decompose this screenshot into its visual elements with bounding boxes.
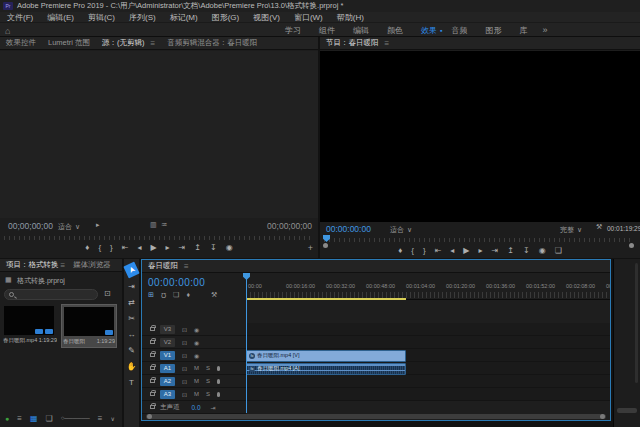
sync-lock-icon[interactable]: ⊡ xyxy=(182,339,187,346)
go-to-out-icon[interactable]: ⇥ xyxy=(492,246,499,255)
menu-edit[interactable]: 编辑(E) xyxy=(40,12,81,23)
timeline-zoom-scrollbar[interactable] xyxy=(146,414,606,419)
side-panel-hscrollbar[interactable] xyxy=(617,408,637,413)
workspace-tab-learning[interactable]: 学习 xyxy=(276,25,310,36)
overwrite-icon[interactable]: ↧ xyxy=(210,243,217,252)
program-scrubber[interactable] xyxy=(324,238,634,242)
workspace-tab-audio[interactable]: 音频 xyxy=(442,25,476,36)
tab-sequence[interactable]: 春日暖阳 xyxy=(142,261,184,271)
step-forward-icon[interactable]: ▸ xyxy=(166,243,170,252)
lift-icon[interactable]: ↥ xyxy=(507,246,514,255)
sort-chevron-icon[interactable]: ∨ xyxy=(110,415,114,422)
side-panel-scrollbar[interactable] xyxy=(635,263,638,383)
panel-menu-icon[interactable]: ≡ xyxy=(184,262,189,271)
snap-icon[interactable]: Ω xyxy=(161,291,166,299)
project-item-clip[interactable]: 春日暖阳.mp4 1:19:29 xyxy=(2,304,58,348)
drag-video-icon[interactable]: ▥ xyxy=(150,221,157,229)
workspace-tab-libraries[interactable]: 库 xyxy=(510,25,536,36)
workspace-tab-graphics[interactable]: 图形 xyxy=(476,25,510,36)
timeline-audio-clip[interactable]: fx 春日暖阳.mp4 [A] xyxy=(246,363,406,375)
playback-resolution-select[interactable]: 完整∨ xyxy=(560,225,582,235)
timeline-ruler[interactable]: 00:00 00:00:16:00 00:00:32:00 00:00:48:0… xyxy=(246,273,610,300)
source-zoom-select[interactable]: 适合∨ xyxy=(58,222,80,232)
menu-graphics[interactable]: 图形(G) xyxy=(205,12,247,23)
sync-lock-icon[interactable]: ⊡ xyxy=(182,365,187,372)
tab-source-monitor[interactable]: 源：(无剪辑) xyxy=(96,38,151,48)
track-lane-v3[interactable] xyxy=(246,323,610,336)
track-target-v3[interactable]: V3 xyxy=(160,325,175,334)
source-playrate-arrow-icon[interactable]: ▸ xyxy=(96,221,100,229)
source-timecode[interactable]: 00;00;00;00 xyxy=(8,221,53,231)
tab-project[interactable]: 项目：格式转换 xyxy=(0,260,61,270)
timeline-settings-icon[interactable]: ⚒ xyxy=(211,291,217,299)
list-view-icon[interactable]: ≡ xyxy=(17,414,22,423)
workspace-tab-editing[interactable]: 编辑 xyxy=(344,25,378,36)
project-item-sequence[interactable]: 春日暖阳 1:19:29 xyxy=(61,304,117,348)
solo-button[interactable]: S xyxy=(206,391,210,397)
timeline-video-clip[interactable]: fx 春日暖阳.mp4 [V] xyxy=(246,350,406,362)
mark-out-icon[interactable]: } xyxy=(423,246,426,255)
tab-program-monitor[interactable]: 节目：春日暖阳 xyxy=(320,38,385,48)
mute-button[interactable]: M xyxy=(194,391,199,397)
voiceover-mic-icon[interactable] xyxy=(217,392,220,397)
linked-selection-icon[interactable]: ❏ xyxy=(173,291,179,299)
go-to-in-icon[interactable]: ⇤ xyxy=(122,243,129,252)
menu-sequence[interactable]: 序列(S) xyxy=(122,12,163,23)
bin-navigate-icon[interactable]: ⊡ xyxy=(104,289,111,298)
workspace-overflow-icon[interactable]: » xyxy=(542,25,547,35)
sync-lock-icon[interactable]: ⊡ xyxy=(182,352,187,359)
track-output-eye-icon[interactable]: ◉ xyxy=(194,339,199,346)
track-lock-icon[interactable] xyxy=(150,392,155,396)
track-target-a1[interactable]: A1 xyxy=(160,364,175,373)
play-icon[interactable]: ▶ xyxy=(463,246,469,255)
play-icon[interactable]: ▶ xyxy=(150,243,156,252)
tab-media-browser[interactable]: 媒体浏览器 xyxy=(71,260,117,270)
mark-in-icon[interactable]: { xyxy=(411,246,414,255)
track-lock-icon[interactable] xyxy=(150,366,155,370)
mark-out-icon[interactable]: } xyxy=(110,243,113,252)
track-target-v1[interactable]: V1 xyxy=(160,351,175,360)
go-to-in-icon[interactable]: ⇤ xyxy=(435,246,442,255)
source-scrubber[interactable] xyxy=(4,236,314,240)
program-zoom-select[interactable]: 适合∨ xyxy=(390,225,412,235)
panel-menu-icon[interactable]: ≡ xyxy=(151,39,156,48)
mute-button[interactable]: M xyxy=(194,378,199,384)
step-back-icon[interactable]: ◂ xyxy=(450,246,454,255)
hand-tool-icon[interactable]: ✋ xyxy=(125,360,138,372)
pen-tool-icon[interactable]: ✎ xyxy=(125,344,138,356)
zoom-handle-left[interactable] xyxy=(147,414,152,419)
sync-lock-icon[interactable]: ⊡ xyxy=(182,378,187,385)
insert-icon[interactable]: ↥ xyxy=(194,243,201,252)
add-marker-icon[interactable]: ♦ xyxy=(85,243,89,252)
track-output-eye-icon[interactable]: ◉ xyxy=(194,326,199,333)
track-lane-a3[interactable] xyxy=(246,388,610,401)
step-forward-icon[interactable]: ▸ xyxy=(479,246,483,255)
track-target-v2[interactable]: V2 xyxy=(160,338,175,347)
add-marker-icon[interactable]: ♦ xyxy=(398,246,402,255)
track-target-a3[interactable]: A3 xyxy=(160,390,175,399)
tab-effect-controls[interactable]: 效果控件 xyxy=(0,38,42,48)
sync-lock-icon[interactable]: ⊡ xyxy=(182,391,187,398)
tab-lumetri-scopes[interactable]: Lumetri 范围 xyxy=(42,38,96,48)
track-lock-icon[interactable] xyxy=(150,340,155,344)
timeline-timecode[interactable]: 00:00:00:00 xyxy=(148,277,205,288)
search-input[interactable] xyxy=(4,289,98,300)
workspace-tab-color[interactable]: 颜色 xyxy=(378,25,412,36)
tab-audio-clip-mixer[interactable]: 音频剪辑混合器：春日暖阳 xyxy=(161,38,263,48)
export-frame-icon[interactable]: ◉ xyxy=(539,246,546,255)
panel-menu-icon[interactable]: ≡ xyxy=(385,39,390,48)
track-lock-icon[interactable] xyxy=(150,327,155,331)
export-frame-icon[interactable]: ◉ xyxy=(226,243,233,252)
sort-icon[interactable]: ≡ xyxy=(98,414,103,423)
timeline-playhead-line[interactable] xyxy=(246,273,247,413)
workspace-tab-assembly[interactable]: 组件 xyxy=(310,25,344,36)
nest-insert-icon[interactable]: ⊞ xyxy=(148,291,154,299)
track-lane-v2[interactable] xyxy=(246,336,610,349)
master-level-value[interactable]: 0.0 xyxy=(192,404,201,411)
type-tool-icon[interactable]: T xyxy=(125,376,138,388)
solo-button[interactable]: S xyxy=(206,378,210,384)
comparison-view-icon[interactable]: ❏ xyxy=(555,246,562,255)
track-lock-icon[interactable] xyxy=(150,405,155,409)
slip-tool-icon[interactable]: ↔ xyxy=(125,328,138,340)
icon-view-icon[interactable]: ▦ xyxy=(30,414,38,423)
